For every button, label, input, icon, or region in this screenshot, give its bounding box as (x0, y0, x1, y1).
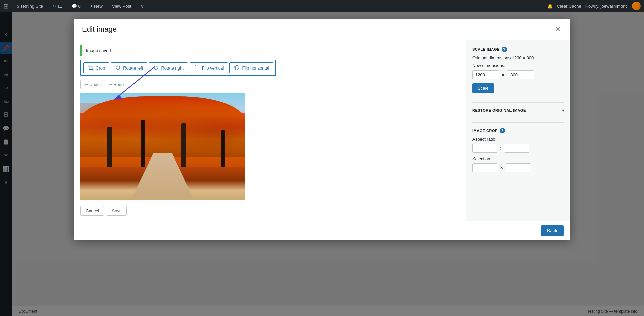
wp-logo-icon[interactable]: ⊞ (3, 2, 9, 10)
new-label: + New (90, 4, 103, 9)
crop-icon (88, 65, 94, 71)
flip-horizontal-label: Flip horizontal (242, 65, 269, 71)
yoast-bar[interactable]: V (139, 0, 146, 12)
dimension-separator: × (502, 72, 504, 78)
restore-header[interactable]: RESTORE ORIGINAL IMAGE ▾ (472, 108, 564, 113)
rotate-right-icon (153, 65, 159, 71)
edit-image-modal: Edit image ✕ Image saved (74, 19, 570, 240)
howdy-label[interactable]: Howdy, joewarnimont (585, 4, 627, 9)
yoast-icon: V (141, 4, 144, 9)
rotate-left-button[interactable]: Rotate left (111, 62, 147, 73)
image-saved-notice: Image saved (80, 45, 459, 56)
clear-cache-label[interactable]: Clear Cache (557, 4, 581, 9)
right-panel: SCALE IMAGE ? Original dimensions 1200 ×… (466, 40, 570, 221)
redo-button[interactable]: ↪ Redo (105, 80, 127, 89)
image-container (80, 93, 459, 200)
comments-count: 0 (78, 4, 81, 9)
image-crop-label: IMAGE CROP (472, 129, 498, 133)
back-button[interactable]: Back (541, 225, 564, 236)
updates-icon: ↻ (52, 4, 56, 9)
undo-icon: ↩ (84, 82, 88, 87)
admin-bar-right: 🔔 Clear Cache Howdy, joewarnimont (547, 2, 641, 10)
image-preview (80, 93, 245, 200)
height-input[interactable] (507, 70, 534, 79)
notice-text: Image saved (86, 48, 111, 53)
aspect-width-input[interactable] (472, 144, 497, 153)
undo-redo-bar: ↩ Undo ↪ Redo (80, 80, 459, 89)
site-name-bar[interactable]: ⌂ Testing Site (14, 0, 45, 12)
comments-icon: 💬 (72, 4, 77, 9)
scale-image-label: SCALE IMAGE (472, 47, 500, 51)
left-panel: Image saved Crop (74, 40, 466, 221)
aspect-ratio-inputs: : (472, 144, 564, 153)
selection-separator: × (500, 165, 503, 171)
redo-label: Redo (113, 82, 124, 87)
modal-overlay: Edit image ✕ Image saved (0, 12, 644, 316)
avatar[interactable] (632, 2, 641, 10)
selection-inputs: × (472, 163, 564, 172)
original-dimensions-text: Original dimensions 1200 × 800 (472, 55, 564, 60)
cancel-button[interactable]: Cancel (80, 206, 104, 216)
undo-label: Undo (89, 82, 100, 87)
updates-count: 11 (57, 4, 62, 9)
rotate-left-label: Rotate left (123, 65, 143, 71)
scale-button[interactable]: Scale (472, 83, 494, 93)
image-crop-section: IMAGE CROP ? Aspect ratio: : Selection: … (472, 122, 564, 172)
action-buttons: Cancel Save (80, 206, 459, 216)
updates-bar[interactable]: ↻ 11 (50, 0, 64, 12)
flip-vertical-icon (194, 65, 200, 71)
redo-icon: ↪ (108, 82, 112, 87)
chevron-down-icon: ▾ (562, 108, 564, 113)
crop-button[interactable]: Crop (83, 62, 109, 73)
aspect-ratio-label: Aspect ratio: (472, 137, 564, 142)
rotate-right-label: Rotate right (161, 65, 183, 71)
image-toolbar: Crop Rotate left Rotate right (80, 60, 276, 76)
scale-image-title: SCALE IMAGE ? (472, 47, 564, 52)
scale-help-icon[interactable]: ? (502, 47, 507, 52)
selection-height-input[interactable] (506, 163, 531, 172)
modal-body: Image saved Crop (74, 40, 570, 221)
image-crop-title: IMAGE CROP ? (472, 128, 564, 133)
admin-bar: ⊞ ⌂ Testing Site ↻ 11 💬 0 + New View Pos… (0, 0, 644, 12)
new-bar[interactable]: + New (88, 0, 105, 12)
selection-width-input[interactable] (472, 163, 497, 172)
new-dimensions-label: New dimensions: (472, 63, 564, 68)
restore-section: RESTORE ORIGINAL IMAGE ▾ (472, 102, 564, 113)
comments-bar[interactable]: 💬 0 (70, 0, 83, 12)
width-input[interactable] (472, 70, 499, 79)
rotate-left-icon (115, 65, 121, 71)
crop-label: Crop (96, 65, 105, 71)
aspect-height-input[interactable] (504, 144, 529, 153)
flip-horizontal-button[interactable]: Flip horizontal (229, 62, 273, 73)
site-name-label: Testing Site (20, 4, 43, 9)
flip-horizontal-icon (234, 65, 240, 71)
home-icon: ⌂ (16, 4, 19, 9)
restore-title: RESTORE ORIGINAL IMAGE (472, 108, 526, 112)
undo-button[interactable]: ↩ Undo (80, 80, 103, 89)
modal-footer: Back (74, 221, 570, 240)
notifications-icon[interactable]: 🔔 (547, 4, 553, 9)
modal-header: Edit image ✕ (74, 19, 570, 40)
flip-vertical-button[interactable]: Flip vertical (190, 62, 228, 73)
flip-vertical-label: Flip vertical (202, 65, 224, 71)
view-post-bar[interactable]: View Post (110, 0, 133, 12)
view-post-label: View Post (112, 4, 131, 9)
rotate-right-button[interactable]: Rotate right (149, 62, 188, 73)
dimensions-inputs: × (472, 70, 564, 79)
close-button[interactable]: ✕ (553, 24, 562, 34)
aspect-separator: : (500, 145, 501, 151)
crop-help-icon[interactable]: ? (500, 128, 505, 133)
modal-title: Edit image (82, 25, 117, 34)
scale-image-section: SCALE IMAGE ? Original dimensions 1200 ×… (472, 47, 564, 93)
selection-label: Selection: (472, 156, 564, 161)
save-button[interactable]: Save (107, 206, 127, 216)
